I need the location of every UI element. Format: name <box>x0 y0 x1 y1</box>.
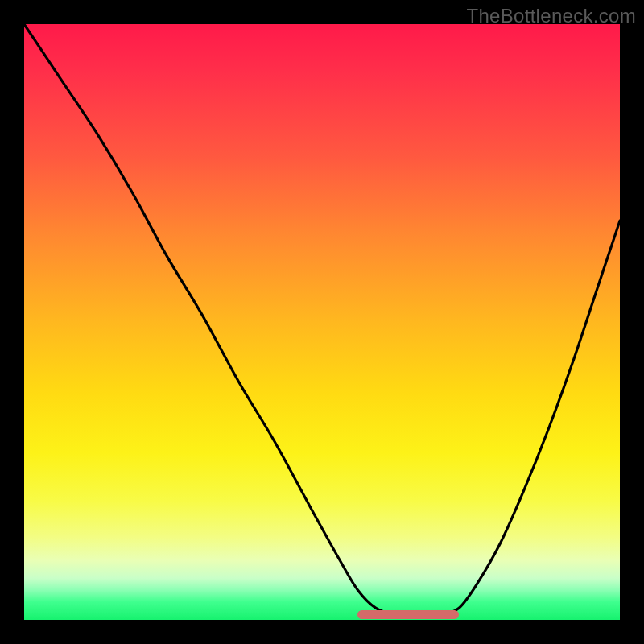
watermark-text: TheBottleneck.com <box>466 5 636 27</box>
plot-area <box>24 24 620 620</box>
bottleneck-curve <box>24 24 620 620</box>
optimal-flat-region <box>357 610 459 619</box>
chart-frame: TheBottleneck.com <box>0 0 644 644</box>
